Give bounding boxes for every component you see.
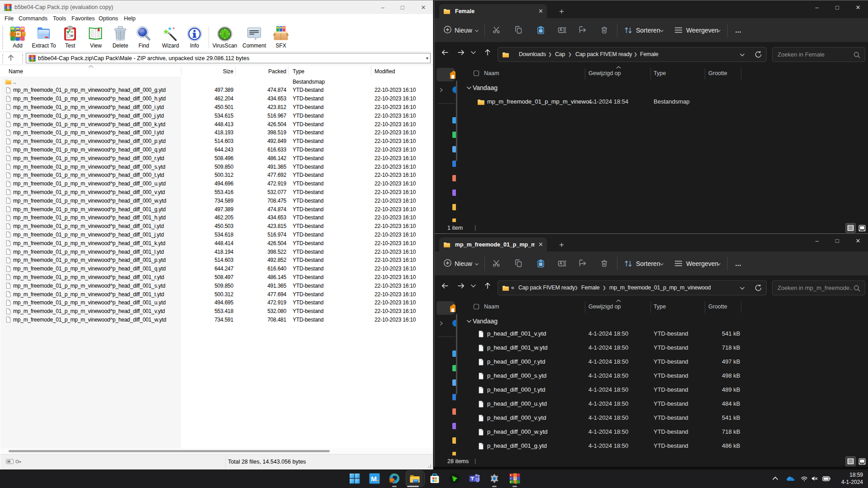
svg-text:M: M [371,475,377,483]
